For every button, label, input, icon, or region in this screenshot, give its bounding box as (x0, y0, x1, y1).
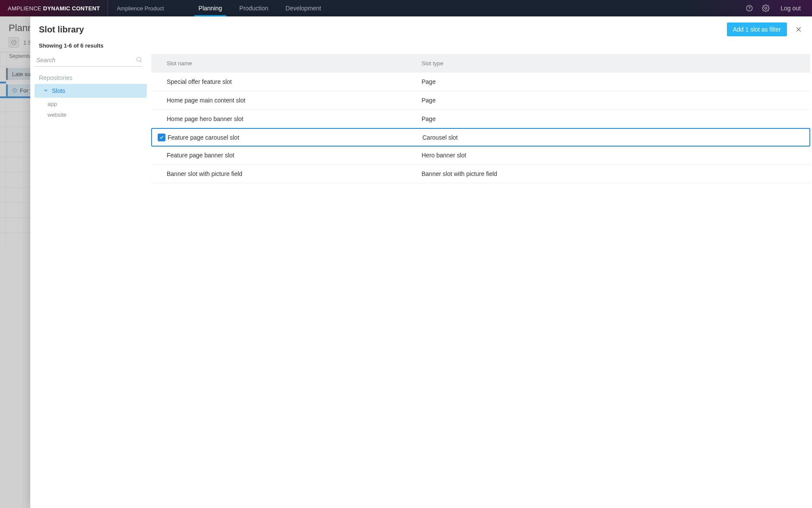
tree-node-label: Slots (52, 87, 65, 94)
nav-right: Log out (745, 4, 812, 13)
nav-tab-planning[interactable]: Planning (190, 0, 231, 16)
slot-name: Banner slot with picture field (167, 170, 422, 177)
nav-tabs: Planning Production Development (190, 0, 330, 16)
nav-tab-production[interactable]: Production (231, 0, 277, 16)
tree-node-slots[interactable]: Slots (35, 84, 147, 98)
checkbox-checked-icon (158, 134, 165, 141)
search-icon[interactable] (136, 56, 143, 64)
modal-body: Repositories Slots app website Slot name… (30, 54, 812, 508)
tree-node-app[interactable]: app (30, 99, 151, 109)
close-icon[interactable] (794, 25, 803, 34)
slot-type: Page (422, 97, 807, 104)
slot-row[interactable]: Special offer feature slotPage (151, 73, 810, 91)
search-input[interactable] (35, 54, 136, 66)
add-slot-filter-button[interactable]: Add 1 slot as filter (727, 22, 787, 36)
search-field[interactable] (35, 54, 143, 67)
col-header-type: Slot type (422, 60, 795, 67)
slot-name: Home page hero banner slot (167, 115, 422, 122)
hub-name[interactable]: Amplience Product (108, 5, 172, 12)
svg-point-5 (137, 57, 141, 61)
nav-tab-label: Development (285, 5, 321, 12)
nav-tab-label: Planning (199, 5, 222, 12)
slot-library-modal: Slot library Add 1 slot as filter Showin… (30, 16, 812, 508)
logout-link[interactable]: Log out (778, 5, 803, 12)
help-icon[interactable] (745, 4, 754, 13)
brand-bold: DYNAMIC CONTENT (43, 5, 100, 12)
slot-row[interactable]: Feature page banner slotHero banner slot (151, 146, 810, 165)
slot-list: Slot name Slot type Special offer featur… (151, 54, 812, 508)
slot-row[interactable]: Feature page carousel slotCarousel slot (151, 128, 810, 147)
slot-row[interactable]: Banner slot with picture fieldBanner slo… (151, 165, 810, 183)
chevron-down-icon (43, 87, 48, 94)
modal-title: Slot library (39, 25, 84, 35)
slot-row[interactable]: Home page main content slotPage (151, 91, 810, 110)
modal-header: Slot library Add 1 slot as filter (30, 16, 812, 39)
col-header-name: Slot name (167, 60, 422, 67)
slot-type: Page (422, 115, 807, 122)
slot-name: Feature page carousel slot (168, 134, 422, 141)
brand-light: AMPLIENCE (8, 5, 41, 12)
slot-type: Page (422, 78, 807, 85)
repositories-label: Repositories (30, 74, 151, 81)
slot-type: Hero banner slot (422, 152, 807, 159)
brand: AMPLIENCE DYNAMIC CONTENT (0, 0, 108, 16)
slot-name: Home page main content slot (167, 97, 422, 104)
slot-row[interactable]: Home page hero banner slotPage (151, 110, 810, 128)
tree-node-website[interactable]: website (30, 109, 151, 120)
list-body: Special offer feature slotPageHome page … (151, 73, 810, 183)
nav-tab-label: Production (239, 5, 268, 12)
slot-name: Feature page banner slot (167, 152, 422, 159)
nav-tab-development[interactable]: Development (277, 0, 330, 16)
svg-point-2 (765, 7, 767, 10)
top-nav: AMPLIENCE DYNAMIC CONTENT Amplience Prod… (0, 0, 812, 16)
list-header: Slot name Slot type (151, 54, 810, 73)
svg-point-1 (749, 10, 750, 10)
slot-type: Carousel slot (422, 134, 806, 141)
slot-type: Banner slot with picture field (422, 170, 807, 177)
results-count: Showing 1-6 of 6 results (30, 39, 812, 54)
slot-name: Special offer feature slot (167, 78, 422, 85)
gear-icon[interactable] (761, 4, 770, 13)
row-checkbox[interactable] (155, 134, 168, 141)
modal-sidebar: Repositories Slots app website (30, 54, 151, 508)
